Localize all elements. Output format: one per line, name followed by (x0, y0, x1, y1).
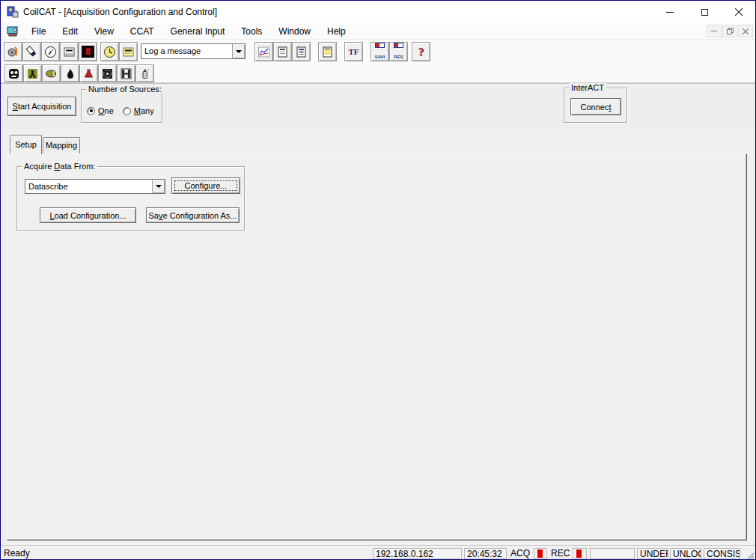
data-source-dropdown-button[interactable] (152, 180, 165, 193)
report-table-icon[interactable] (292, 42, 311, 61)
log-message-dropdown-button[interactable] (232, 44, 245, 58)
mdi-close-button[interactable] (738, 25, 753, 37)
report-highlight-icon[interactable] (318, 42, 337, 61)
start-acquisition-button[interactable]: Start Acquisition (7, 97, 76, 116)
radio-many[interactable] (123, 107, 131, 115)
rec-indicator-icon (576, 550, 582, 558)
save-trend-label: SAVI (375, 55, 385, 59)
configure-button[interactable]: Configure... (171, 177, 240, 194)
trend-chart-icon[interactable] (254, 42, 273, 61)
restore-trend-label: RES (394, 55, 403, 59)
radio-one-label[interactable]: One (98, 106, 114, 115)
data-source-combobox[interactable]: Datascribe (25, 179, 165, 194)
window-title: CoilCAT - [Acquisition Configuration and… (23, 1, 217, 23)
mdi-document-icon[interactable] (7, 25, 19, 37)
main-toolbar: 8 Log a message TF SAVI (1, 40, 755, 64)
coil-icon[interactable] (42, 64, 61, 82)
app-window: CoilCAT - [Acquisition Configuration and… (0, 0, 756, 560)
help-glyph: ? (418, 46, 424, 58)
tools-toolbar (1, 64, 755, 83)
menu-bar: File Edit View CCAT General Input Tools … (1, 23, 755, 40)
interact-group-label: InterACT (569, 83, 606, 92)
status-unlock-panel: UNLOCK (670, 548, 701, 559)
status-bar: Ready 192.168.0.162 20:45:32 ACQ REC UND… (1, 545, 755, 560)
gauge-icon[interactable] (41, 42, 60, 61)
menu-help[interactable]: Help (319, 23, 354, 40)
coil-end-view-icon[interactable] (98, 64, 117, 82)
sprayer-icon[interactable] (135, 64, 154, 82)
log-message-value: Log a message (141, 44, 232, 58)
save-trend-icon[interactable]: SAVI (371, 42, 389, 61)
maximize-icon (701, 9, 708, 16)
menu-tools[interactable]: Tools (233, 23, 270, 40)
status-time-panel: 20:45:32 (464, 548, 507, 559)
minimize-icon (666, 12, 674, 13)
connect-button[interactable]: Connect (570, 98, 621, 115)
acquisition-control-panel: Start Acquisition Number of Sources: One… (1, 83, 755, 130)
load-configuration-button[interactable]: Load Configuration... (40, 207, 136, 223)
status-consist-panel: CONSIST (704, 548, 740, 559)
resize-grip[interactable] (745, 550, 755, 560)
acquire-data-from-group: Acquire Data From: Datascribe Configure.… (16, 166, 245, 231)
ink-drop-icon[interactable] (61, 64, 79, 82)
sources-group-label: Number of Sources: (86, 85, 164, 94)
tab-mapping[interactable]: Mapping (43, 137, 80, 154)
menu-items: File Edit View CCAT General Input Tools … (23, 23, 354, 40)
menu-general-input[interactable]: General Input (162, 23, 234, 40)
menu-edit[interactable]: Edit (54, 23, 86, 40)
acq-indicator-panel (534, 548, 547, 559)
radio-many-label[interactable]: Many (134, 106, 154, 115)
save-configuration-as-button[interactable]: Save Configuration As... (146, 207, 240, 223)
close-button[interactable] (722, 1, 756, 23)
mask-icon[interactable] (4, 64, 23, 82)
mdi-window-controls (707, 25, 753, 37)
seven-segment-display-icon[interactable]: 8 (79, 42, 97, 61)
title-bar: CoilCAT - [Acquisition Configuration and… (1, 1, 755, 23)
maximize-button[interactable] (687, 1, 722, 23)
status-acq-label: ACQ (510, 548, 530, 559)
menu-view[interactable]: View (86, 23, 122, 40)
close-icon (735, 8, 743, 16)
log-panel-icon[interactable] (60, 42, 79, 61)
clock-icon[interactable] (100, 42, 119, 61)
rec-indicator-panel (573, 548, 587, 559)
chevron-down-icon (156, 185, 162, 188)
acq-indicator-icon (537, 550, 543, 558)
tf-label: TF (348, 47, 359, 56)
mdi-restore-icon (727, 28, 734, 34)
report-doc-icon[interactable] (273, 42, 292, 61)
number-of-sources-group: Number of Sources: One Many (81, 89, 162, 123)
data-source-value: Datascribe (25, 180, 152, 193)
chevron-down-icon (236, 50, 242, 53)
setup-tab-panel: Acquire Data From: Datascribe Configure.… (7, 153, 747, 541)
display-digit: 8 (82, 46, 94, 58)
restore-trend-icon[interactable]: RES (389, 42, 408, 61)
work-area: Setup Mapping Acquire Data From: Datascr… (1, 130, 755, 545)
minimize-button[interactable] (653, 1, 687, 23)
menu-window[interactable]: Window (270, 23, 319, 40)
status-undef-panel: UNDEF (637, 548, 668, 559)
tab-setup[interactable]: Setup (10, 135, 42, 154)
status-rec-label: REC (551, 548, 570, 559)
operator-icon[interactable] (23, 64, 42, 82)
status-empty-panel (590, 548, 635, 559)
status-ip-panel: 192.168.0.162 (373, 548, 462, 559)
note-icon[interactable] (119, 42, 138, 61)
status-ready: Ready (4, 548, 30, 559)
tf-trend-icon[interactable]: TF (344, 42, 363, 61)
log-message-combobox[interactable]: Log a message (141, 43, 246, 59)
help-icon[interactable]: ? (412, 42, 430, 61)
mdi-minimize-icon (711, 31, 717, 31)
mdi-minimize-button[interactable] (707, 25, 722, 37)
menu-ccat[interactable]: CCAT (122, 23, 162, 40)
menu-file[interactable]: File (23, 23, 54, 40)
marker-icon[interactable] (22, 42, 41, 61)
flask-icon[interactable] (79, 64, 98, 82)
coil-side-view-icon[interactable] (117, 64, 135, 82)
app-icon (7, 6, 19, 18)
mdi-close-icon (743, 28, 749, 34)
sources-radio-row: One Many (87, 106, 163, 115)
radio-one[interactable] (87, 107, 95, 115)
winder-gear-icon[interactable] (4, 42, 22, 61)
mdi-restore-button[interactable] (722, 25, 737, 37)
